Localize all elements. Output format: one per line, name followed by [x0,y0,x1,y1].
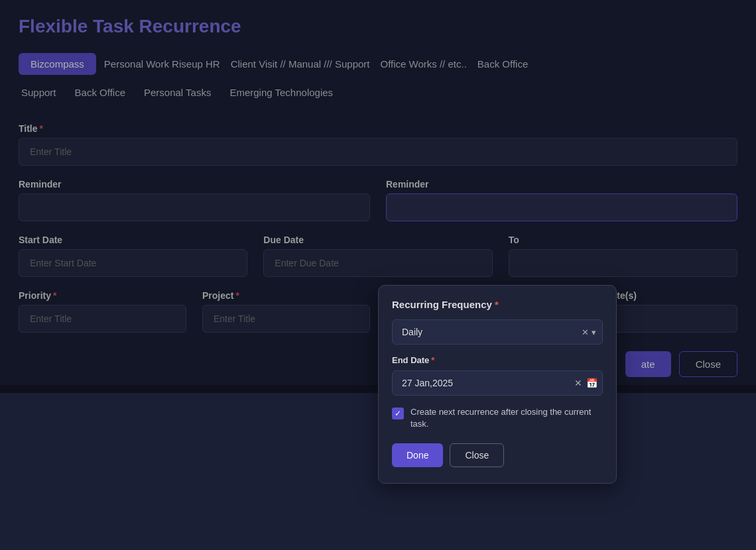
date-clear-icon[interactable]: ✕ [574,378,582,388]
popup-actions: Done Close [392,443,603,467]
end-date-required-star: * [431,355,434,365]
checkbox-label: Create next recurrence after closing the… [410,406,603,430]
end-date-wrapper: ✕ 📅 [392,370,603,396]
checkbox[interactable]: ✓ [392,408,404,419]
checkmark-icon: ✓ [395,409,401,418]
popup-card: Recurring Frequency * Daily Weekly Month… [378,285,617,484]
end-date-input[interactable] [392,370,603,396]
popup-required-star: * [495,299,499,310]
popup-title: Recurring Frequency * [392,299,603,310]
popup-close-button[interactable]: Close [450,443,504,467]
frequency-select-wrapper: Daily Weekly Monthly Yearly ✕ ▾ [392,319,603,345]
checkbox-row: ✓ Create next recurrence after closing t… [392,406,603,430]
popup-done-button[interactable]: Done [392,443,443,467]
end-date-label: End Date * [392,355,603,365]
calendar-icon[interactable]: 📅 [586,378,598,388]
frequency-select[interactable]: Daily Weekly Monthly Yearly [392,319,603,345]
date-icons: ✕ 📅 [574,378,598,388]
